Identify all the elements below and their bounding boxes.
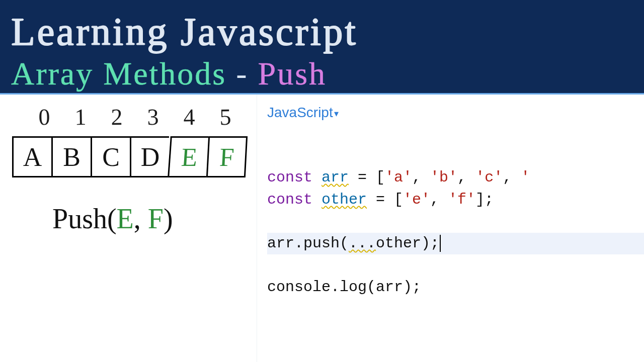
array-cell-pushed: E — [168, 136, 210, 177]
token-ident: arr — [321, 169, 349, 186]
token-plain: ); — [421, 235, 439, 252]
push-annotation: Push(E, F) — [52, 203, 253, 235]
subtitle-topic: Array Methods — [11, 56, 226, 92]
token-string: 'a' — [385, 169, 412, 186]
header-subtitle: Array Methods - Push — [11, 55, 633, 93]
token-plain: , — [412, 169, 430, 186]
token-keyword: const — [267, 169, 321, 186]
token-plain: , — [457, 169, 475, 186]
index-cell: 1 — [62, 103, 99, 130]
index-row: 0 1 2 3 4 5 — [26, 104, 253, 130]
index-cell: 4 — [171, 103, 208, 130]
language-picker[interactable]: JavaScript▾ — [267, 103, 644, 123]
array-boxes: A B C D E F — [12, 136, 253, 177]
token-string: ' — [521, 169, 530, 186]
code-editor-pane: JavaScript▾ const arr = ['a', 'b', 'c', … — [257, 95, 644, 362]
push-comma: , — [134, 203, 148, 234]
push-close: ) — [164, 203, 173, 234]
token-plain: .push( — [294, 235, 349, 252]
token-plain: console.log(arr); — [267, 279, 421, 296]
array-cell-pushed: F — [206, 136, 248, 177]
token-plain: = [ — [349, 169, 385, 186]
language-label: JavaScript — [267, 105, 333, 120]
token-string: 'c' — [475, 169, 503, 186]
token-ident: arr — [267, 235, 294, 252]
push-arg: E — [117, 203, 134, 234]
code-block[interactable]: const arr = ['a', 'b', 'c', ' const othe… — [267, 145, 644, 320]
token-keyword: const — [267, 191, 321, 208]
array-cell: B — [51, 136, 91, 177]
text-cursor — [440, 235, 441, 252]
chevron-down-icon: ▾ — [333, 109, 339, 119]
push-arg: F — [148, 203, 164, 234]
token-spread: ... — [349, 235, 376, 252]
token-plain: , — [503, 169, 521, 186]
index-cell: 3 — [135, 103, 172, 130]
subtitle-dash: - — [226, 56, 258, 92]
array-cell: D — [130, 136, 169, 177]
token-plain: = [ — [367, 191, 403, 208]
index-cell: 5 — [207, 103, 244, 130]
active-line: arr.push(...other); — [267, 233, 644, 255]
push-label: Push( — [52, 203, 117, 234]
array-cell: A — [12, 136, 51, 177]
token-plain: , — [430, 191, 448, 208]
token-string: 'f' — [448, 191, 475, 208]
whiteboard-pane: 0 1 2 3 4 5 A B C D E F Push(E, F) — [0, 95, 257, 362]
token-ident: other — [376, 235, 421, 252]
token-string: 'e' — [403, 191, 430, 208]
token-plain: ]; — [475, 191, 494, 208]
header-title: Learning Javascript — [11, 9, 633, 54]
header-banner: Learning Javascript Array Methods - Push — [0, 0, 644, 93]
index-cell: 0 — [26, 103, 63, 130]
token-ident: other — [321, 191, 367, 208]
array-cell: C — [91, 136, 130, 177]
subtitle-method: Push — [258, 56, 327, 92]
token-string: 'b' — [430, 169, 457, 186]
index-cell: 2 — [99, 103, 135, 130]
